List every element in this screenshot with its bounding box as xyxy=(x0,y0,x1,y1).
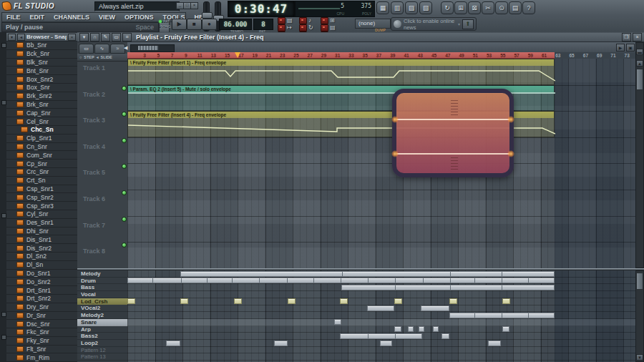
pattern-clip[interactable] xyxy=(380,341,392,346)
record-led-icon[interactable] xyxy=(321,24,328,31)
browser-item[interactable]: Brk_Snr2 xyxy=(6,92,77,101)
panel-step-seq-toggle-icon[interactable]: ▥ xyxy=(391,1,404,14)
record-led-icon[interactable] xyxy=(278,17,286,24)
restore-window-icon[interactable]: ❐ xyxy=(622,33,631,41)
browser-item[interactable]: Do_Snr2 xyxy=(6,278,77,286)
pattern-clip[interactable] xyxy=(394,326,401,332)
browser-item[interactable]: Fkc_Snr xyxy=(6,328,77,337)
pattern-clip[interactable] xyxy=(127,298,135,304)
pattern-clip[interactable] xyxy=(340,298,348,304)
track-status-led[interactable] xyxy=(122,190,127,195)
browser-item[interactable]: Blk_Snr xyxy=(6,59,77,67)
browser-item[interactable]: Csp_Snr3 xyxy=(6,202,77,210)
tempo-display[interactable]: 86.000 xyxy=(219,19,252,30)
track-label[interactable]: Track 4 xyxy=(83,143,105,150)
rec-toggle[interactable]: ↦ xyxy=(278,25,295,31)
help-icon[interactable]: ? xyxy=(522,1,535,14)
menu-channels[interactable]: CHANNELS xyxy=(49,14,94,21)
volume-knob[interactable] xyxy=(202,12,213,19)
pattern-row-label[interactable]: Melody2 xyxy=(77,312,127,319)
left-dock-marker[interactable] xyxy=(1,335,6,340)
snap-magnet-icon[interactable]: ∩ xyxy=(90,33,99,41)
zoom-icon[interactable]: ⊙ xyxy=(495,1,508,14)
browser-item[interactable]: Cel_Snr xyxy=(6,117,77,126)
track-status-led[interactable] xyxy=(122,164,127,169)
browser-item[interactable]: Dsc_Snr xyxy=(6,320,77,328)
track-status-led[interactable] xyxy=(122,112,127,117)
pattern-selector[interactable]: 8 xyxy=(253,19,273,30)
playhead-marker-icon[interactable] xyxy=(235,52,240,58)
step-radio-icon[interactable]: ○ xyxy=(79,55,82,59)
tab-automation-icon[interactable]: ∿ xyxy=(94,44,109,54)
pattern-row-label[interactable]: Lod_Crsh xyxy=(77,298,127,305)
time-display[interactable]: 0:30:47 xyxy=(228,1,295,17)
pattern-clip[interactable] xyxy=(234,298,242,304)
close-window-icon[interactable]: × xyxy=(633,33,642,41)
panel-piano-roll-toggle-icon[interactable]: ▨ xyxy=(405,1,418,14)
zoom-lens-popup[interactable] xyxy=(392,89,514,177)
pattern-clip[interactable] xyxy=(367,305,394,311)
vscroll-thumb[interactable] xyxy=(636,69,643,90)
browser-item[interactable]: Box_Snr xyxy=(6,84,77,92)
pattern-row-label[interactable]: VOcal2 xyxy=(77,305,127,312)
track-label[interactable]: Track 1 xyxy=(83,64,105,72)
track-label[interactable]: Track 8 xyxy=(83,248,105,255)
pattern-clip[interactable] xyxy=(274,341,288,346)
undo-icon[interactable]: ↻ xyxy=(441,1,454,14)
rec-toggle[interactable]: ⊞ xyxy=(321,18,338,24)
pattern-row-label[interactable]: Bass xyxy=(77,284,127,291)
export-icon[interactable]: ⊠ xyxy=(468,1,481,14)
midi-output-dropdown[interactable]: (none) xyxy=(355,19,391,29)
automation-clip[interactable]: \ Fruity Free Filter (Insert 1) - Freq e… xyxy=(127,59,555,85)
news-refresh-icon[interactable]: ⬆ xyxy=(462,19,474,29)
left-dock-marker[interactable] xyxy=(1,100,6,105)
browser-item[interactable]: Dis_Snr1 xyxy=(6,235,77,244)
browser-item[interactable]: Dhi_Snr xyxy=(6,228,77,236)
pattern-clip[interactable] xyxy=(127,278,555,283)
browser-item[interactable]: Csp_Snr2 xyxy=(6,193,77,202)
pattern-row-label[interactable]: Pattern 13 xyxy=(77,353,127,361)
pattern-row-label[interactable]: Loop2 xyxy=(77,340,127,347)
grid-play-icon[interactable]: ▶ xyxy=(616,44,625,52)
pattern-clip[interactable] xyxy=(394,298,402,304)
record-button[interactable]: ● xyxy=(202,19,217,30)
track-label[interactable]: Track 3 xyxy=(83,117,105,124)
browser-item[interactable]: Flt_Snr xyxy=(6,346,77,354)
envelope-curve[interactable] xyxy=(128,59,555,86)
pattern-clip[interactable] xyxy=(502,298,510,304)
pattern-clip[interactable] xyxy=(340,333,422,339)
browser-back-icon[interactable]: ◂ xyxy=(17,34,25,41)
mode-leds[interactable]: PAT SONG xyxy=(159,19,170,29)
tab-pattern-icon[interactable]: ▭ xyxy=(79,44,94,54)
timeline-ruler[interactable]: 3579111315171921232527293133353739414345… xyxy=(127,52,635,59)
vscroll-up-icon[interactable]: ▲ xyxy=(636,60,643,67)
browser-item[interactable]: Fm_Rim xyxy=(6,353,77,362)
menu-options[interactable]: OPTIONS xyxy=(120,14,158,21)
pattern-row-label[interactable]: Snare xyxy=(77,319,127,326)
horizontal-scrollbar[interactable]: ◀ xyxy=(130,44,175,52)
pattern-clip[interactable] xyxy=(180,271,555,277)
playlist-options-icon[interactable]: ▾ xyxy=(79,33,89,41)
pattern-vscroll-down-icon[interactable]: ▼ xyxy=(636,354,643,361)
browser-item[interactable]: Chc_Sn xyxy=(6,126,77,134)
pattern-clip[interactable] xyxy=(166,341,180,346)
cut-icon[interactable]: ✂ xyxy=(482,1,494,14)
track-label[interactable]: Track 6 xyxy=(83,195,105,202)
track-status-led[interactable] xyxy=(122,217,127,222)
menu-file[interactable]: FILE xyxy=(2,14,25,21)
rec-toggle[interactable]: ↻ xyxy=(299,25,316,31)
pattern-vscroll-thumb[interactable] xyxy=(636,273,643,290)
browser-item[interactable]: Com_Snr xyxy=(6,151,77,160)
pattern-clip[interactable] xyxy=(288,298,296,304)
browser-close-icon[interactable]: × xyxy=(68,34,76,41)
browser-item[interactable]: Bb_Snr xyxy=(6,41,77,50)
pattern-row-label[interactable]: Melody xyxy=(77,270,127,278)
track-status-led[interactable] xyxy=(122,138,127,143)
browser-item[interactable]: Des_Snr1 xyxy=(6,219,77,228)
pattern-clip[interactable] xyxy=(421,305,449,311)
record-led-icon[interactable] xyxy=(299,24,307,31)
draw-tool-icon[interactable]: ✎ xyxy=(101,33,110,41)
grid-stop-icon[interactable]: ▣ xyxy=(626,44,635,52)
slide-radio-icon[interactable]: ◂ xyxy=(97,55,99,59)
menu-view[interactable]: VIEW xyxy=(94,14,119,21)
